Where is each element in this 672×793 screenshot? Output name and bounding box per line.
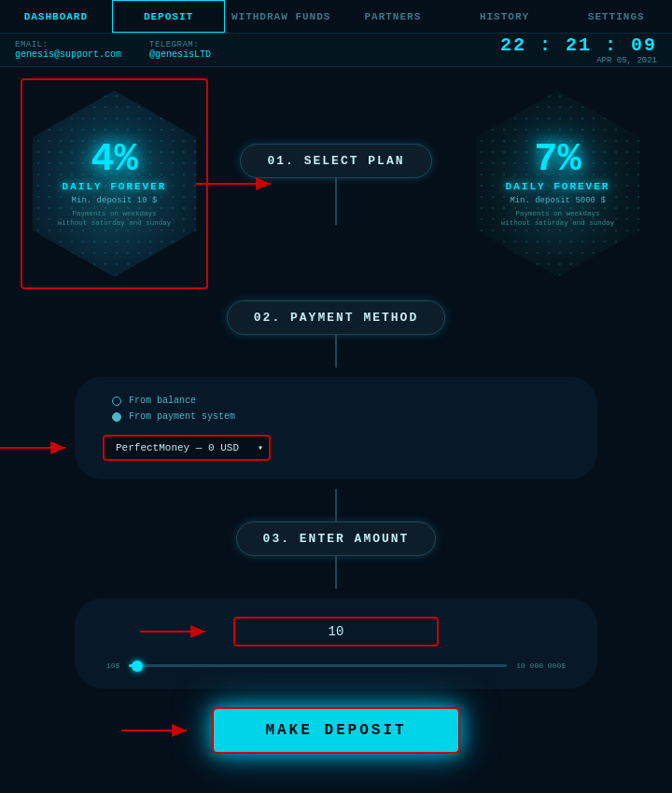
radio-options: From balance From payment system xyxy=(112,396,569,422)
plan-1[interactable]: 4% DAILY FOREVER Min. deposit 10 $ Payme… xyxy=(33,90,196,277)
nav-dashboard[interactable]: DASHBOARD xyxy=(0,0,112,33)
connector-line-4 xyxy=(335,556,337,589)
radio-payment-dot xyxy=(112,412,121,422)
radio-balance-label: From balance xyxy=(129,396,196,406)
info-bar: EMAIL: genesis@support.com TELEGRAM: @ge… xyxy=(0,34,672,67)
slider-max-label: 10 000 000$ xyxy=(516,661,566,670)
plan-1-container: 4% DAILY FOREVER Min. deposit 10 $ Payme… xyxy=(28,86,201,282)
plans-row: 4% DAILY FOREVER Min. deposit 10 $ Payme… xyxy=(28,86,644,282)
nav-deposit[interactable]: DEPOSIT xyxy=(112,0,226,33)
nav-settings[interactable]: SETTINGS xyxy=(560,0,672,33)
amount-panel: 10$ 10 000 000$ xyxy=(75,598,597,689)
time-display: 22 : 21 : 09 xyxy=(500,35,657,56)
date-display: APR 05, 2021 xyxy=(500,56,657,65)
telegram-label: TELEGRAM: xyxy=(149,40,211,49)
step2-label: 02. PAYMENT METHOD xyxy=(227,300,445,335)
slider-row: 10$ 10 000 000$ xyxy=(103,661,569,670)
telegram-value: @genesisLTD xyxy=(149,49,211,60)
nav-withdraw[interactable]: WITHDRAW FUNDS xyxy=(225,0,337,33)
plan-2-min: Min. deposit 5000 $ xyxy=(510,196,606,205)
plan-1-desc: Payments on weekdayswithout saturday and… xyxy=(58,209,172,229)
amount-section: 03. ENTER AMOUNT 10$ xyxy=(28,489,644,689)
payment-section: 02. PAYMENT METHOD From balance From pay… xyxy=(28,300,644,480)
amount-input[interactable] xyxy=(233,617,439,647)
nav-history[interactable]: HISTORY xyxy=(449,0,561,33)
plan-2-container: 7% DAILY FOREVER Min. deposit 5000 $ Pay… xyxy=(471,86,644,282)
step3-label: 03. ENTER AMOUNT xyxy=(236,522,437,556)
main-content: 4% DAILY FOREVER Min. deposit 10 $ Payme… xyxy=(0,67,672,772)
email-value: genesis@support.com xyxy=(15,49,121,60)
deposit-btn-area: MAKE DEPOSIT xyxy=(28,707,644,754)
payment-dropdown[interactable]: PerfectMoney — 0 USD Bitcoin — 0 USD Eth… xyxy=(103,435,271,461)
plan-1-title: DAILY FOREVER xyxy=(63,181,167,192)
connector-line-2 xyxy=(335,335,337,368)
step1-label: 01. SELECT PLAN xyxy=(240,144,431,178)
amount-input-area xyxy=(103,617,569,647)
payment-dropdown-wrapper: PerfectMoney — 0 USD Bitcoin — 0 USD Eth… xyxy=(103,435,271,461)
plan-1-percent: 4% xyxy=(91,140,137,179)
radio-balance[interactable]: From balance xyxy=(112,396,569,406)
arrow-to-step1 xyxy=(196,174,289,193)
plan-2[interactable]: 7% DAILY FOREVER Min. deposit 5000 $ Pay… xyxy=(476,90,639,277)
payment-panel: From balance From payment system xyxy=(75,377,597,480)
radio-payment-label: From payment system xyxy=(129,411,235,422)
email-label: EMAIL: xyxy=(15,40,121,49)
make-deposit-button[interactable]: MAKE DEPOSIT xyxy=(212,707,459,754)
radio-balance-dot xyxy=(112,396,121,406)
plan-2-desc: Payments on weekdayswithout saturday and… xyxy=(501,209,615,229)
nav-partners[interactable]: PARTNERS xyxy=(337,0,449,33)
connector-line-3 xyxy=(335,489,337,522)
slider-track[interactable] xyxy=(129,664,507,667)
slider-thumb[interactable] xyxy=(132,661,143,672)
arrow-to-button xyxy=(121,721,205,740)
connector-line-1 xyxy=(335,178,337,225)
plan-2-title: DAILY FOREVER xyxy=(506,181,610,192)
plan-2-percent: 7% xyxy=(534,140,581,179)
navbar: DASHBOARD DEPOSIT WITHDRAW FUNDS PARTNER… xyxy=(0,0,672,34)
slider-min-label: 10$ xyxy=(106,661,119,670)
plan-1-min: Min. deposit 10 $ xyxy=(72,196,158,205)
radio-payment-system[interactable]: From payment system xyxy=(112,411,569,422)
arrow-to-amount xyxy=(140,622,224,641)
arrow-to-dropdown xyxy=(0,438,84,457)
